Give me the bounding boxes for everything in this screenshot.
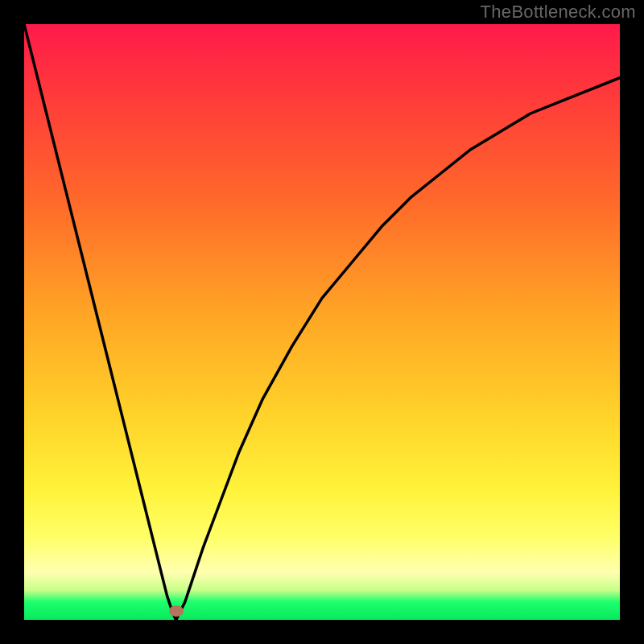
bottleneck-curve bbox=[24, 24, 620, 620]
plot-area bbox=[24, 24, 620, 620]
optimal-point-marker bbox=[169, 605, 184, 617]
chart-container: TheBottleneck.com bbox=[0, 0, 644, 644]
attribution-label: TheBottleneck.com bbox=[481, 2, 636, 23]
